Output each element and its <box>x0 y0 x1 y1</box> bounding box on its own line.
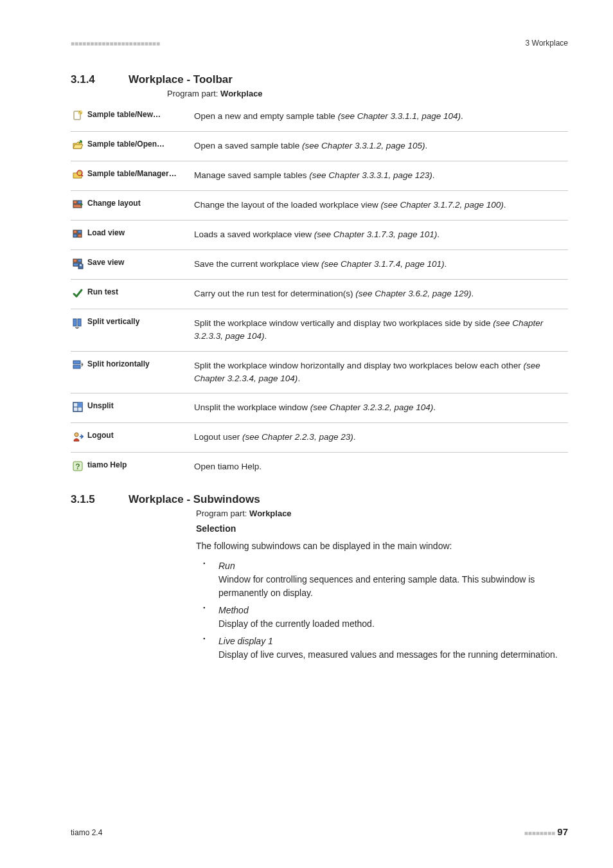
toolbar-desc: Change the layout of the loaded workplac… <box>194 200 380 210</box>
toolbar-label-cell: Unsplit <box>71 393 193 423</box>
section-heading-toolbar: 3.1.4 Workplace - Toolbar <box>71 73 568 86</box>
toolbar-desc: Logout user <box>194 432 242 442</box>
toolbar-ref: (see Chapter 3.3.3.1, page 123) <box>309 170 432 180</box>
toolbar-desc-cell: Split the workplace window horizontally … <box>193 351 568 393</box>
toolbar-label: tiamo Help <box>87 460 189 469</box>
toolbar-row: Sample table/Open…Open a saved sample ta… <box>71 132 568 161</box>
toolbar-ref: (see Chapter 3.6.2, page 129) <box>355 289 471 298</box>
list-item: Live display 1Display of live curves, me… <box>212 635 568 662</box>
toolbar-row: UnsplitUnsplit the workplace window (see… <box>71 393 568 423</box>
toolbar-desc: Open tiamo Help. <box>194 462 262 471</box>
toolbar-label: Unsplit <box>87 401 189 410</box>
section-number: 3.1.5 <box>71 493 109 506</box>
section-title: Workplace - Subwindows <box>129 493 260 506</box>
toolbar-label-cell: Run test <box>71 280 193 309</box>
toolbar-desc: Open a saved sample table <box>194 141 302 150</box>
toolbar-ref: (see Chapter 3.1.7.2, page 100) <box>380 200 503 210</box>
toolbar-label: Sample table/Manager… <box>87 169 189 178</box>
list-item-desc: Display of live curves, measured values … <box>218 648 568 662</box>
toolbar-ref: (see Chapter 3.1.7.3, page 101) <box>314 230 437 239</box>
help-icon <box>72 460 84 474</box>
toolbar-desc-cell: Manage saved sample tables (see Chapter … <box>193 161 568 191</box>
list-item-label: Run <box>218 559 568 573</box>
split-horizontal-icon <box>72 359 84 373</box>
toolbar-label: Change layout <box>87 199 189 208</box>
section-heading-subwindows: 3.1.5 Workplace - Subwindows <box>71 493 568 506</box>
toolbar-desc-cell: Open a saved sample table (see Chapter 3… <box>193 132 568 161</box>
program-part-line: Program part: Workplace <box>71 509 568 518</box>
toolbar-desc-cell: Open tiamo Help. <box>193 453 568 482</box>
toolbar-desc-cell: Loads a saved workplace view (see Chapte… <box>193 221 568 250</box>
list-item: RunWindow for controlling sequences and … <box>212 559 568 600</box>
toolbar-desc: Carry out the run test for determination… <box>194 289 355 298</box>
toolbar-label-cell: tiamo Help <box>71 453 193 482</box>
header-dots-left: ■■■■■■■■■■■■■■■■■■■■■■■ <box>71 40 160 47</box>
list-item-desc: Window for controlling sequences and ent… <box>218 573 568 600</box>
toolbar-label: Run test <box>87 287 189 296</box>
toolbar-desc-cell: Change the layout of the loaded workplac… <box>193 191 568 221</box>
program-part-line: Program part: Workplace <box>71 89 568 98</box>
toolbar-ref: (see Chapter 3.3.1.1, page 104) <box>338 111 461 121</box>
toolbar-row: Split horizontallySplit the workplace wi… <box>71 351 568 393</box>
toolbar-label: Save view <box>87 258 189 267</box>
load-view-icon <box>72 228 84 242</box>
toolbar-ref: (see Chapter 3.2.3.2, page 104) <box>310 402 433 412</box>
manager-icon <box>72 169 84 183</box>
toolbar-desc: Unsplit the workplace window <box>194 402 310 412</box>
toolbar-table: Sample table/New…Open a new and empty sa… <box>71 102 568 482</box>
toolbar-label-cell: Logout <box>71 423 193 453</box>
toolbar-row: Split verticallySplit the workplace wind… <box>71 309 568 352</box>
page-header: ■■■■■■■■■■■■■■■■■■■■■■■ 3 Workplace <box>71 39 568 48</box>
toolbar-ref: (see Chapter 3.1.7.4, page 101) <box>321 259 444 269</box>
toolbar-label-cell: Change layout <box>71 191 193 221</box>
toolbar-ref: (see Chapter 2.2.3, page 23) <box>242 432 353 442</box>
toolbar-label-cell: Sample table/New… <box>71 102 193 132</box>
toolbar-row: tiamo HelpOpen tiamo Help. <box>71 453 568 482</box>
toolbar-desc: Manage saved sample tables <box>194 170 309 180</box>
toolbar-row: Run testCarry out the run test for deter… <box>71 280 568 309</box>
toolbar-label-cell: Sample table/Open… <box>71 132 193 161</box>
toolbar-desc-cell: Split the workplace window vertically an… <box>193 309 568 352</box>
toolbar-label: Split vertically <box>87 317 189 326</box>
toolbar-desc-cell: Save the current workplace view (see Cha… <box>193 250 568 280</box>
change-layout-icon <box>72 199 84 212</box>
toolbar-row: Load viewLoads a saved workplace view (s… <box>71 221 568 250</box>
toolbar-desc-cell: Unsplit the workplace window (see Chapte… <box>193 393 568 423</box>
toolbar-label: Logout <box>87 431 189 440</box>
toolbar-desc: Split the workplace window horizontally … <box>194 361 524 370</box>
selection-intro: The following subwindows can be displaye… <box>71 539 568 553</box>
header-chapter: 3 Workplace <box>526 39 568 48</box>
footer-product: tiamo 2.4 <box>71 828 102 837</box>
toolbar-label: Sample table/New… <box>87 110 189 119</box>
unsplit-icon <box>72 401 84 415</box>
toolbar-label-cell: Sample table/Manager… <box>71 161 193 191</box>
toolbar-row: Sample table/New…Open a new and empty sa… <box>71 102 568 132</box>
page-footer: tiamo 2.4 ■■■■■■■■ 97 <box>71 826 568 837</box>
section-title: Workplace - Toolbar <box>129 73 233 86</box>
toolbar-desc-cell: Open a new and empty sample table (see C… <box>193 102 568 132</box>
toolbar-desc: Split the workplace window vertically an… <box>194 318 493 328</box>
toolbar-row: Change layoutChange the layout of the lo… <box>71 191 568 221</box>
open-icon <box>72 140 84 153</box>
run-test-icon <box>72 287 84 301</box>
toolbar-label-cell: Split vertically <box>71 309 193 352</box>
toolbar-desc-cell: Carry out the run test for determination… <box>193 280 568 309</box>
toolbar-desc-cell: Logout user (see Chapter 2.2.3, page 23)… <box>193 423 568 453</box>
selection-heading: Selection <box>71 522 568 536</box>
logout-icon <box>72 431 84 444</box>
toolbar-ref: (see Chapter 3.3.1.2, page 105) <box>302 141 425 150</box>
toolbar-desc: Loads a saved workplace view <box>194 230 314 239</box>
save-view-icon <box>72 258 84 271</box>
section-number: 3.1.4 <box>71 73 109 86</box>
footer-right: ■■■■■■■■ 97 <box>524 826 568 837</box>
list-item-label: Live display 1 <box>218 635 568 648</box>
page-number: 97 <box>557 826 568 837</box>
split-vertical-icon <box>72 317 84 330</box>
subwindow-list: RunWindow for controlling sequences and … <box>71 559 568 662</box>
toolbar-label-cell: Load view <box>71 221 193 250</box>
toolbar-desc: Open a new and empty sample table <box>194 111 338 121</box>
toolbar-label: Load view <box>87 228 189 237</box>
toolbar-label-cell: Split horizontally <box>71 351 193 393</box>
list-item: MethodDisplay of the currently loaded me… <box>212 604 568 631</box>
list-item-desc: Display of the currently loaded method. <box>218 617 568 631</box>
